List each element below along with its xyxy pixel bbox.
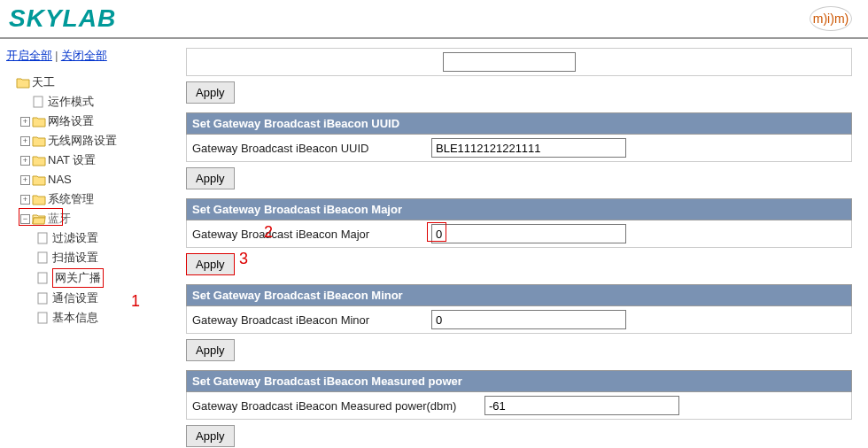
section-header-power: Set Gateway Broadcast iBeacon Measured p… [186,370,852,392]
file-icon [32,96,46,108]
tree-item-bluetooth[interactable]: − 蓝牙 [4,209,182,228]
file-icon [36,251,50,264]
nav-tree: 天工 运作模式 + 网络设置 + 无线网路设置 + NAT 设置 [4,73,182,328]
section-header-major: Set Gateway Broadcast iBeacon Major [186,198,852,220]
expand-icon[interactable]: + [20,175,30,185]
major-input[interactable] [431,224,626,243]
annotation-3: 3 [239,250,248,268]
tree-item-nat[interactable]: + NAT 设置 [4,151,182,170]
folder-icon [32,193,46,205]
app-header: SKYLAB m)i)m) [0,0,868,39]
section-header-minor: Set Gateway Broadcast iBeacon Minor [186,284,852,306]
annotation-2: 2 [264,223,273,242]
svg-rect-4 [38,293,47,304]
uuid-label: Gateway Broadcast iBeacon UUID [192,142,422,155]
expand-icon[interactable]: + [20,156,30,166]
svg-rect-3 [38,273,47,283]
tree-item-nas[interactable]: + NAS [4,170,182,189]
expand-all-link[interactable]: 开启全部 [6,49,52,62]
tree-item-filter[interactable]: 过滤设置 [4,228,182,248]
expand-icon[interactable]: + [20,195,30,205]
field-row-power: Gateway Broadcast iBeacon Measured power… [186,392,852,420]
file-icon [36,292,50,305]
tree-item-comm[interactable]: 通信设置 [4,289,182,308]
folder-icon [32,115,46,127]
brand-logo: SKYLAB [9,4,116,33]
minor-label: Gateway Broadcast iBeacon Minor [192,313,422,327]
file-icon [36,232,50,244]
section-header-uuid: Set Gateway Broadcast iBeacon UUID [186,112,852,135]
apply-button[interactable]: Apply [186,81,235,104]
folder-icon [32,174,46,186]
field-row-uuid: Gateway Broadcast iBeacon UUID [186,135,852,162]
field-row-major: Gateway Broadcast iBeacon Major [186,220,852,248]
tree-item-system[interactable]: + 系统管理 [4,189,182,209]
svg-rect-2 [38,252,47,263]
tree-item-network[interactable]: + 网络设置 [4,112,182,131]
apply-button[interactable]: Apply [186,425,235,447]
minor-input[interactable] [431,310,626,329]
folder-open-icon [32,212,46,225]
power-label: Gateway Broadcast iBeacon Measured power… [192,399,476,413]
annotation-1: 1 [131,292,140,311]
tree-item-scan[interactable]: 扫描设置 [4,248,182,267]
uuid-input[interactable] [431,138,626,158]
file-icon [36,312,50,324]
tree-item-gateway-broadcast[interactable]: 网关广播 [4,267,182,289]
sidebar: 开启全部 | 关闭全部 天工 运作模式 + 网络设置 + [0,39,186,448]
tree-item-basic[interactable]: 基本信息 [4,308,182,328]
power-input[interactable] [484,396,679,415]
top-partial-row [186,48,852,76]
svg-rect-5 [38,313,47,323]
expand-icon[interactable]: + [20,117,30,127]
file-icon [36,272,50,284]
major-label: Gateway Broadcast iBeacon Major [192,228,422,241]
tree-item-runmode[interactable]: 运作模式 [4,92,182,112]
tree-item-wireless[interactable]: + 无线网路设置 [4,131,182,151]
expand-icon[interactable]: + [20,136,30,146]
folder-icon [32,135,46,147]
apply-button[interactable]: Apply [186,167,235,189]
folder-icon [16,76,30,89]
folder-icon [32,154,46,166]
collapse-icon[interactable]: − [20,214,30,224]
tree-toggle-links: 开启全部 | 关闭全部 [4,48,182,64]
collapse-all-link[interactable]: 关闭全部 [61,49,107,62]
main-content: Apply Set Gateway Broadcast iBeacon UUID… [186,39,859,448]
svg-rect-0 [34,97,43,107]
top-partial-input[interactable] [443,52,576,72]
apply-button[interactable]: Apply [186,339,235,361]
vendor-logo: m)i)m) [810,6,852,31]
svg-rect-1 [38,233,47,243]
field-row-minor: Gateway Broadcast iBeacon Minor [186,306,852,334]
tree-root[interactable]: 天工 [4,73,182,92]
apply-button[interactable]: Apply [186,253,235,275]
